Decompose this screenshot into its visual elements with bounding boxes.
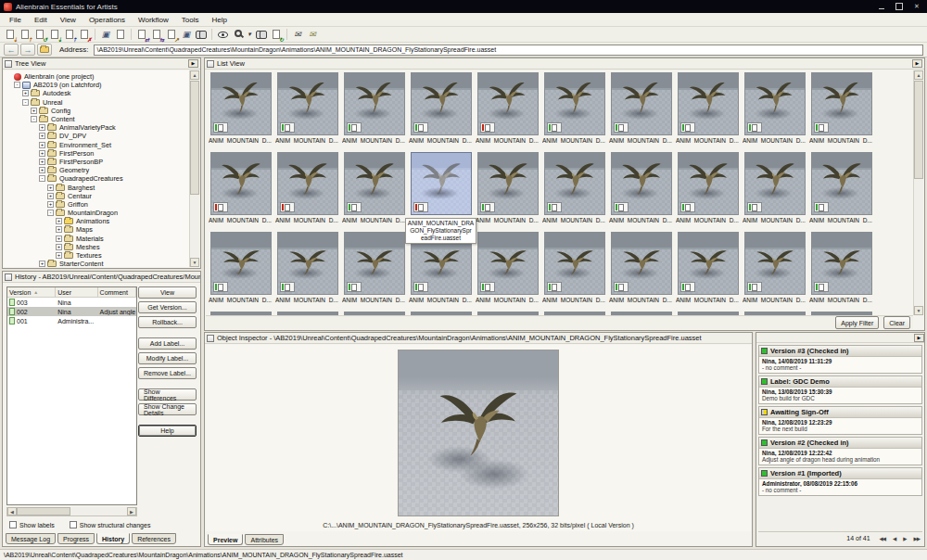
clear-filter-button[interactable]: Clear	[883, 316, 910, 329]
apply-filter-button[interactable]: Apply Filter	[835, 316, 879, 329]
expand-icon[interactable]: +	[39, 261, 45, 267]
maximize-button[interactable]	[895, 2, 904, 11]
tree-item-centaur[interactable]: +Centaur	[6, 192, 189, 200]
asset-thumbnail[interactable]: ANIM_MOUNTAIN_D...	[541, 72, 608, 152]
expand-icon[interactable]: +	[47, 185, 54, 191]
asset-thumbnail[interactable]: ANIM_MOUNTAIN_D...	[742, 232, 808, 312]
expand-icon[interactable]: +	[56, 252, 62, 259]
expand-icon[interactable]: +	[56, 235, 62, 242]
collapse-icon[interactable]: -	[14, 82, 20, 88]
duplicate-icon[interactable]: ▣	[99, 28, 112, 41]
expand-icon[interactable]: +	[39, 150, 45, 157]
collapse-icon[interactable]: -	[22, 99, 29, 106]
modify-label-button[interactable]: Modify Label...	[138, 352, 197, 364]
collapse-icon[interactable]: -	[47, 210, 54, 216]
asset-thumbnail[interactable]: ANIM_MOUNTAIN_D...	[742, 152, 808, 232]
address-input[interactable]: \AB2019\Unreal\Content\QuadrapedCreature…	[94, 45, 923, 56]
last-page-icon[interactable]: ▶▶	[914, 536, 920, 541]
tree-item-startercontent[interactable]: +StarterContent	[6, 260, 189, 267]
tab-history[interactable]: History	[96, 533, 130, 544]
tree-scrollbar[interactable]: ▲ ▼	[189, 70, 199, 267]
scroll-down-icon[interactable]: ▼	[190, 258, 199, 267]
menu-view[interactable]: View	[54, 15, 83, 25]
version-panel-button[interactable]: ▶	[914, 334, 924, 342]
show-preview-icon[interactable]	[216, 28, 229, 41]
asset-thumbnail[interactable]: ANIM_MOUNTAIN_D...	[808, 152, 875, 232]
mail-settings-icon[interactable]: ✉	[306, 28, 319, 41]
export-items-icon[interactable]: ↗	[165, 28, 178, 41]
expand-icon[interactable]: +	[47, 193, 54, 199]
expand-icon[interactable]: +	[22, 90, 29, 96]
tree-item-geometry[interactable]: +Geometry	[6, 166, 189, 174]
column-header-comment[interactable]: Comment	[98, 287, 136, 297]
show-change-details-button[interactable]: Show Change Details	[138, 403, 197, 415]
delete-icon[interactable]: ✗	[78, 28, 91, 41]
expand-icon[interactable]: +	[39, 159, 45, 165]
asset-thumbnail[interactable]: ANIM_MOUNTAIN_D...	[608, 232, 675, 312]
remove-label-button[interactable]: Remove Label...	[138, 367, 197, 379]
up-folder-button[interactable]	[37, 44, 52, 56]
next-page-icon[interactable]: ▶	[903, 536, 906, 541]
asset-thumbnail[interactable]: ANIM_MOUNTAIN_D...	[608, 72, 675, 152]
asset-thumbnail[interactable]: ANIM_MOUNTAIN_DRAGON_FlyStationarySpread…	[408, 152, 475, 232]
list-view-panel-button[interactable]: ▶	[912, 59, 922, 68]
asset-thumbnail[interactable]: ANIM_MOUNTAIN_D...	[274, 232, 341, 312]
expand-icon[interactable]: +	[39, 142, 45, 148]
back-button[interactable]: ←	[4, 44, 19, 56]
expand-icon[interactable]: +	[39, 124, 45, 131]
expand-icon[interactable]: +	[39, 167, 45, 173]
collapse-icon[interactable]: -	[31, 116, 37, 122]
asset-thumbnail[interactable]: ANIM_MOUNTAIN_D...	[541, 232, 608, 312]
submit-pending-icon[interactable]: ⇡	[63, 28, 76, 41]
tab-preview[interactable]: Preview	[208, 534, 243, 545]
history-row[interactable]: 002NinaAdjust angle	[7, 307, 136, 316]
tree-item-animations[interactable]: +Animations	[6, 217, 189, 225]
close-button[interactable]	[912, 2, 921, 11]
asset-thumbnail[interactable]: ANIM_MOUNTAIN_D...	[341, 72, 408, 152]
history-row[interactable]: 003Nina	[7, 298, 136, 307]
tree-item-maps[interactable]: +Maps	[6, 225, 189, 234]
list-scrollbar[interactable]: ▲ ▼	[913, 70, 923, 315]
tree-item-environment-set[interactable]: +Environment_Set	[6, 141, 189, 149]
import-items-icon[interactable]: ▣	[180, 28, 193, 41]
asset-thumbnail[interactable]: ANIM_MOUNTAIN_D...	[808, 232, 875, 312]
copy-items-icon[interactable]: ⇄	[135, 28, 148, 41]
asset-thumbnail[interactable]: ANIM_MOUNTAIN_D...	[742, 72, 808, 152]
scroll-thumb[interactable]	[190, 81, 199, 195]
expand-icon[interactable]: +	[47, 201, 54, 208]
search-options-icon[interactable]: ▾	[246, 28, 253, 41]
expand-icon[interactable]: +	[39, 133, 45, 139]
browse-find-icon[interactable]	[195, 28, 208, 41]
help-button[interactable]: Help	[138, 425, 197, 437]
tree-item-materials[interactable]: +Materials	[6, 235, 189, 243]
new-document-icon[interactable]	[114, 28, 127, 41]
menu-workflow[interactable]: Workflow	[132, 15, 175, 25]
tree-item-content[interactable]: -Content	[6, 115, 189, 123]
column-header-user[interactable]: User	[56, 287, 97, 297]
asset-thumbnail[interactable]: ANIM_MOUNTAIN_D...	[208, 152, 274, 232]
move-items-icon[interactable]: ⇆	[150, 28, 163, 41]
tree-item-dv-dpv[interactable]: +DV_DPV	[6, 132, 189, 140]
tree-item-firstpersonbp[interactable]: +FirstPersonBP	[6, 158, 189, 166]
tree-item-autodesk[interactable]: +Autodesk	[6, 89, 189, 97]
scroll-up-icon[interactable]: ▲	[914, 70, 923, 80]
prev-page-icon[interactable]: ◀	[893, 536, 895, 541]
asset-thumbnail[interactable]: ANIM_MOUNTAIN_D...	[808, 72, 875, 152]
asset-thumbnail[interactable]: ANIM_MOUNTAIN_D...	[341, 232, 408, 312]
show-structural-changes-checkbox[interactable]: Show structural changes	[70, 521, 151, 528]
version-card[interactable]: Version #2 (Checked in)Nina, 12/08/2019 …	[758, 437, 922, 465]
tree-item-griffon[interactable]: +Griffon	[6, 200, 189, 209]
refresh-status-icon[interactable]: ↻	[270, 28, 283, 41]
tree-item-animalvarietypack[interactable]: +AnimalVarietyPack	[6, 123, 189, 132]
tab-attributes[interactable]: Attributes	[245, 534, 284, 545]
version-card[interactable]: Label: GDC DemoNina, 13/08/2019 15:30:39…	[758, 375, 922, 404]
history-row[interactable]: 001Administra...	[7, 316, 136, 325]
tab-progress[interactable]: Progress	[57, 533, 95, 544]
asset-thumbnail[interactable]: ANIM_MOUNTAIN_D...	[208, 72, 274, 152]
tree-item-textures[interactable]: +Textures	[6, 251, 189, 260]
asset-thumbnail[interactable]: ANIM_MOUNTAIN_D...	[541, 152, 608, 232]
tree-item-quadrapedcreatures[interactable]: -QuadrapedCreatures	[6, 174, 189, 183]
minimize-button[interactable]	[877, 2, 886, 11]
menu-edit[interactable]: Edit	[28, 15, 54, 25]
view-button[interactable]: View	[138, 286, 197, 299]
